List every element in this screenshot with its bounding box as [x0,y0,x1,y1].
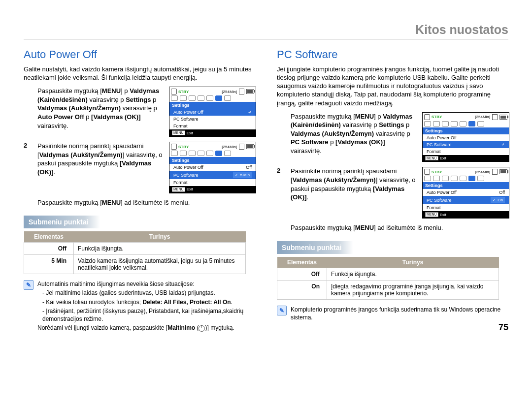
t: vairasvirtę p [89,96,126,103]
t: Automatinis maitinimo išjungimas neveiki… [37,281,195,287]
stby: STBY [432,115,442,119]
cell: Vaizdo kamera išsijungia automatiškai, j… [74,255,246,274]
t: Paspauskite mygtuką [ [37,199,102,206]
t: ] p [374,113,383,120]
section-title-auto-power-off: Auto Power Off [24,48,255,61]
t: MENU [355,113,374,120]
lcd-val: 5 Min [240,173,250,177]
cell: Off [277,268,327,280]
t: vairasvirtę p [123,104,157,112]
cell: 5 Min [24,255,74,274]
lcd-val: Off [246,165,252,170]
submenu-table-left: Elementas Turinys Off Funkcija išjungta.… [24,231,246,274]
lcd-item: Auto Power Off [427,190,457,195]
step-1-right: Paspauskite mygtuką [MENU] p Valdymas (K… [277,112,508,162]
t: Įrašinėjant, peržiūrint (išskyrus pauzę)… [42,308,243,322]
t: vairasvirtę. [291,147,322,155]
note-body: Kompiuterio programinės įrangos funkcija… [291,306,508,321]
exit-label: Exit [440,156,446,160]
submenu-heading-left: Submeniu punktai [24,216,100,228]
lcd-val: On [498,198,503,202]
lcd-item: Format [173,124,188,128]
menu-tag: MENU [172,187,185,192]
lcd-item: PC Software [427,198,452,203]
t: Valdymas (Aukštyn/Žemyn) [293,176,376,184]
stby: STBY [178,90,189,94]
step-2-right: 2 Pasirinkite norimą parinktį spausdami … [277,167,508,219]
exit-label: Exit [187,187,193,191]
lcd-item: Format [427,205,441,210]
column-left: Auto Power Off Galite nustatyti, kad vai… [24,45,255,332]
category-title: Kitos nuostatos [24,23,508,37]
lcd-item: PC Software [173,173,199,178]
column-right: PC Software Jei įjungiate kompiuterio pr… [277,45,508,332]
stby: STBY [178,145,189,149]
t: ] ad išeitumėte iš meniu. [374,224,443,231]
t: p [151,96,156,103]
submenu-table-right: Elementas Turinys Off Funkcija išjungta.… [277,257,499,300]
intro-left: Galite nustatyti, kad vaizdo kamera išsi… [24,65,255,82]
t: Jei maitinimo laidas (galios suderintuva… [46,289,215,296]
cell: Įdiegta redagavimo programinė įranga įsi… [327,280,499,299]
step-text: Paspauskite mygtuką [MENU] ad išeitumėte… [291,223,508,232]
table-row: On Įdiegta redagavimo programinė įranga … [277,280,499,299]
page-number: 75 [499,322,508,333]
t: [Valdymas (OK)] [335,138,385,146]
t: Maitinimo [167,324,195,331]
th-elem: Elementas [24,231,74,243]
time: [254Min] [222,145,237,149]
t: Paspauskite mygtuką [ [37,87,102,94]
lcd-item: Format [173,180,188,185]
t: . [54,168,56,176]
lcd-item: PC Software [173,117,199,122]
t: . [307,193,309,201]
return-icon: ⤶ [248,110,252,115]
cell: Funkcija išjungta. [327,268,499,280]
step-text: Paspauskite mygtuką [MENU] p Valdymas (K… [37,87,164,130]
note-right: ✎ Kompiuterio programinės įrangos funkci… [277,306,508,321]
note-icon: ✎ [24,280,33,290]
t: [Valdymas (OK)] [91,113,140,121]
exit-label: Exit [440,213,446,217]
t: ] mygtuką. [207,324,234,331]
t: MENU [102,87,121,94]
cell: Off [24,243,74,255]
submenu-heading-right: Submeniu punktai [277,241,353,254]
step-num: 2 [277,167,286,174]
lcd-header: Settings [169,157,256,164]
t: p [84,113,91,121]
note-left: ✎ Automatinis maitinimo išjungimas nevei… [24,280,255,332]
check-icon [493,198,496,202]
table-row: Off Funkcija išjungta. [277,268,499,280]
t: ] ad išeitumėte iš meniu. [121,199,190,206]
menu-tag: MENU [172,130,185,135]
lcd-item: Auto Power Off [173,110,203,115]
time: [254Min] [222,90,237,94]
th-tur: Turinys [327,257,499,268]
t: Valdymas (Aukštyn/Žemyn) [37,104,121,112]
t: PC Software [291,138,329,146]
t: p [329,138,335,146]
t: Valdymas (Aukštyn/Žemyn) [291,130,374,137]
table-row: Off Funkcija išjungta. [24,243,246,255]
th-tur: Turinys [74,231,246,243]
t: Auto Power Off [37,113,84,121]
t: vairasvirtę. [37,122,68,129]
lcd-header: Settings [423,127,509,134]
table-row: 5 Min Vaizdo kamera išsijungia automatiš… [24,255,246,274]
note-icon: ✎ [277,306,287,315]
check-icon [235,173,238,177]
t: Paspauskite mygtuką [ [291,224,355,231]
t: MENU [355,224,374,231]
cell: Funkcija išjungta. [74,243,246,255]
menu-tag: MENU [425,212,438,217]
step-3-left: Paspauskite mygtuką [MENU] ad išeitumėte… [24,198,255,207]
hr [24,39,508,39]
exit-label: Exit [187,131,193,135]
lcd-item: Format [427,149,441,154]
t: Norėdami vėl įjungti vaizdo kamerą, pasp… [37,324,167,331]
t: ] p [121,87,130,94]
lcd-screenshot-left-1: STBY[254Min] Settings Auto Power Off⤶ PC… [169,87,256,137]
lcd-header: Settings [423,182,509,189]
t: Settings [126,96,151,103]
